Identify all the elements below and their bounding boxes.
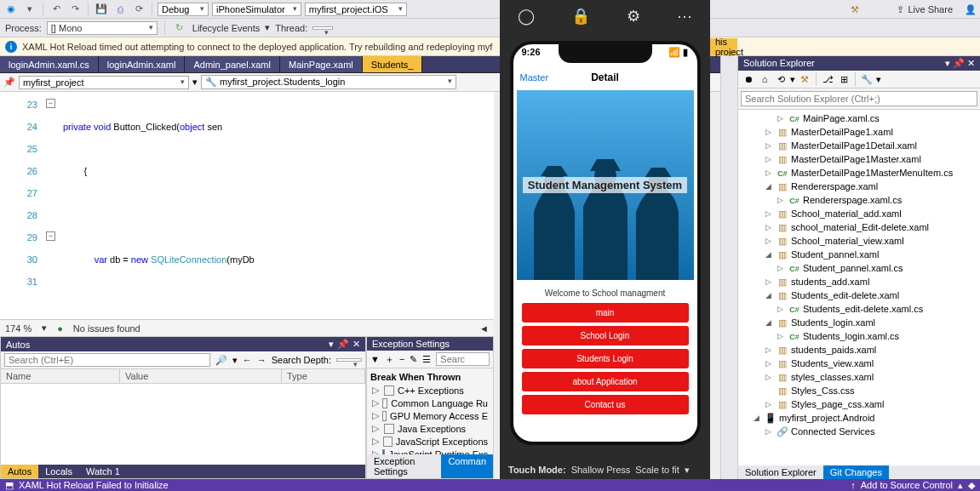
exception-category[interactable]: ▷JavaScript Exceptions	[370, 435, 490, 448]
filter-icon[interactable]: ▼	[370, 354, 380, 364]
contact-button[interactable]: Contact us	[522, 395, 689, 414]
undo-icon[interactable]: ↶	[49, 2, 64, 17]
exception-category[interactable]: ▷Java Exceptions	[370, 422, 490, 435]
close-icon[interactable]: ✕	[352, 339, 360, 350]
hot-reload-status[interactable]: XAML Hot Reload Failed to Initialize	[19, 480, 169, 490]
lock-icon[interactable]: 🔒	[571, 7, 590, 26]
tree-item[interactable]: ◢▥Students_login.xaml	[738, 316, 980, 329]
tree-item[interactable]: ▷🔗Connected Services	[738, 425, 980, 438]
tree-item[interactable]: ▷▥Styles_page_css.xaml	[738, 397, 980, 411]
more-icon[interactable]: ⋯	[677, 7, 692, 26]
fwd-icon[interactable]: ▾	[22, 2, 37, 17]
tree-item[interactable]: ◢📱myfirst_project.Android	[738, 411, 980, 425]
autos-search-input[interactable]	[4, 353, 210, 367]
main-button[interactable]: main	[522, 303, 689, 323]
about-button[interactable]: about Application	[522, 372, 689, 391]
tree-item[interactable]: ▷▥MasterDetailPage1Detail.xaml	[738, 139, 980, 152]
sync-icon[interactable]: ⟲	[774, 72, 788, 86]
thread-dropdown[interactable]	[312, 26, 333, 30]
tree-item[interactable]: ◢▥Students_edit-delete.xaml	[738, 288, 980, 302]
nav-member[interactable]: 🔧 myfirst_project.Students_login	[201, 75, 456, 89]
exception-category[interactable]: ▷C++ Exceptions	[370, 384, 490, 397]
tab-solution-explorer[interactable]: Solution Explorer	[738, 465, 823, 479]
tree-item[interactable]: ▷▥styles_classes.xaml	[738, 370, 980, 384]
touch-mode-dropdown[interactable]: Shallow Press	[571, 465, 631, 475]
tree-item[interactable]: ▥Styles_Css.css	[738, 384, 980, 397]
tree-item[interactable]: ▷▥Students_view.xaml	[738, 357, 980, 370]
tab-students[interactable]: Students_	[363, 56, 423, 72]
platform-dropdown[interactable]: iPhoneSimulator	[212, 3, 301, 16]
nav-back-icon[interactable]: ←	[243, 355, 252, 365]
exception-category[interactable]: ▷JavaScript Runtime Exc	[370, 448, 490, 454]
back-icon[interactable]: ◉	[3, 2, 19, 17]
tree-item[interactable]: ▷▥School_material_view.xaml	[738, 234, 980, 248]
error-list[interactable]: No issues found	[73, 323, 140, 334]
toolbox-icon[interactable]: ⚒	[851, 4, 859, 15]
scroll-left-icon[interactable]: ◄	[479, 323, 489, 334]
tab-git-changes[interactable]: Git Changes	[823, 465, 889, 479]
home-icon[interactable]: ◯	[518, 7, 535, 26]
saveall-icon[interactable]: ⎙	[112, 2, 128, 17]
dropdown-icon[interactable]: ▾	[945, 58, 950, 68]
edit-icon[interactable]: ✎	[410, 354, 417, 365]
gear-icon[interactable]: ⚙	[627, 7, 640, 26]
se-search-input[interactable]	[741, 91, 977, 106]
tab-command[interactable]: Comman	[441, 454, 493, 478]
tree-item[interactable]: ▷C#Student_pannel.xaml.cs	[738, 261, 980, 275]
tree-item[interactable]: ◢▥Student_pannel.xaml	[738, 248, 980, 261]
master-button[interactable]: Master	[520, 72, 549, 83]
school-login-button[interactable]: School Login	[522, 326, 689, 345]
home-icon[interactable]: ⌂	[758, 72, 771, 86]
filter-icon[interactable]: ⚒	[798, 72, 811, 86]
process-dropdown[interactable]: [] Mono	[47, 21, 158, 35]
tree-item[interactable]: ▷▥School_material_add.xaml	[738, 207, 980, 220]
source-control-button[interactable]: Add to Source Control	[861, 480, 953, 490]
fold-gutter[interactable]: − −	[44, 92, 63, 319]
tab-mainpage[interactable]: MainPage.xaml	[280, 56, 363, 72]
close-icon[interactable]: ✕	[967, 58, 975, 68]
refresh-icon[interactable]: ⟳	[131, 2, 146, 17]
tab-autos[interactable]: Autos	[1, 465, 38, 478]
branch-icon[interactable]: ⎇	[821, 72, 834, 86]
add-icon[interactable]: ＋	[385, 353, 394, 366]
exception-category[interactable]: ▷GPU Memory Access E	[370, 409, 490, 422]
tree-item[interactable]: ▷C#Rendererspage.xaml.cs	[738, 193, 980, 207]
pin-icon[interactable]: ▾	[329, 339, 334, 350]
properties-icon[interactable]: 🔧	[860, 72, 874, 86]
tab-watch[interactable]: Watch 1	[79, 465, 127, 478]
scale-dropdown[interactable]: Scale to fit	[635, 465, 679, 475]
fold-icon[interactable]: −	[46, 99, 55, 108]
exception-search-input[interactable]	[436, 352, 490, 366]
home-icon[interactable]: ⏺	[742, 72, 755, 86]
tree-item[interactable]: ▷C#Students_edit-delete.xaml.cs	[738, 302, 980, 316]
project-dropdown[interactable]: myfirst_project.iOS	[305, 3, 407, 16]
code-editor[interactable]: 232425 262728 293031 − − private void Bu…	[0, 92, 494, 319]
redo-icon[interactable]: ↷	[67, 2, 83, 17]
live-share-button[interactable]: ⚒ ⇪ Live Share 👤	[851, 0, 977, 19]
tree-item[interactable]: ◢▥Rendererspage.xaml	[738, 180, 980, 193]
tab-adminpanel[interactable]: Admin_panel.xaml	[185, 56, 280, 72]
tree-item[interactable]: ▷C#Students_login.xaml.cs	[738, 329, 980, 343]
tab-loginadmin-xaml[interactable]: loginAdmin.xaml	[99, 56, 186, 72]
exception-category[interactable]: ▷Common Language Ru	[370, 397, 490, 409]
students-login-button[interactable]: Students Login	[522, 349, 689, 368]
remove-icon[interactable]: −	[399, 354, 404, 364]
tree-item[interactable]: ▷▥students_add.xaml	[738, 275, 980, 288]
nav-scope[interactable]: myfirst_project	[19, 76, 189, 89]
showall-icon[interactable]: ⊞	[837, 72, 851, 86]
fold-icon[interactable]: −	[46, 231, 55, 241]
lifecycle-icon[interactable]: ↻	[172, 20, 187, 36]
tree-item[interactable]: ▷C#MainPage.xaml.cs	[738, 111, 980, 125]
tree-item[interactable]: ▷C#MasterDetailPage1MasterMenuItem.cs	[738, 166, 980, 180]
pin-icon[interactable]: 📌	[953, 58, 965, 68]
minimap-scroll[interactable]	[720, 56, 737, 479]
tab-loginadmin-cs[interactable]: loginAdmin.xaml.cs	[0, 56, 99, 72]
pin-icon[interactable]: 📌	[337, 339, 349, 350]
nav-fwd-icon[interactable]: →	[257, 355, 266, 365]
list-icon[interactable]: ☰	[422, 354, 431, 365]
search-icon[interactable]: 🔎	[215, 355, 227, 366]
tree-item[interactable]: ▷▥MasterDetailPage1.xaml	[738, 125, 980, 139]
zoom-level[interactable]: 174 %	[5, 323, 32, 334]
tab-exception-settings[interactable]: Exception Settings	[367, 454, 441, 478]
tree-item[interactable]: ▷▥students_paids.xaml	[738, 343, 980, 357]
